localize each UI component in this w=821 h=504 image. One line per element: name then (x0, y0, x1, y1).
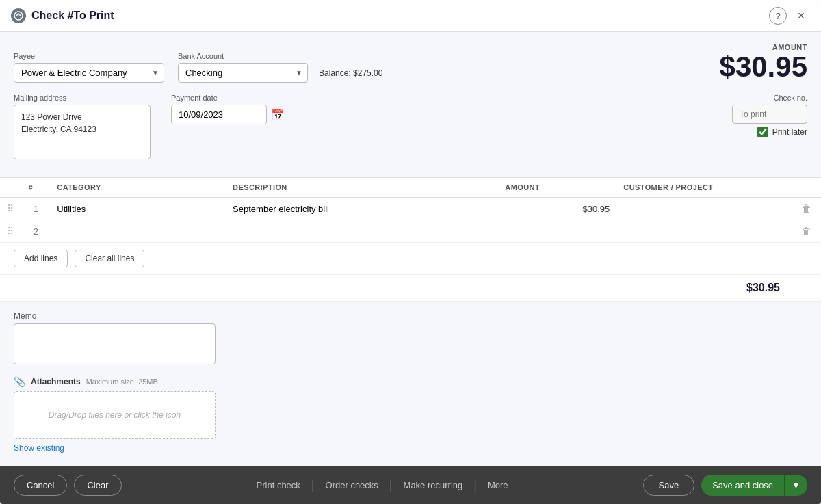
amount-cell-2 (498, 220, 616, 243)
attachment-icon: 📎 (14, 376, 25, 387)
print-check-link[interactable]: Print check (246, 480, 311, 490)
category-cell-1[interactable] (50, 198, 226, 220)
balance-text: Balance: $275.00 (319, 68, 382, 78)
date-input-wrapper: 📅 (171, 105, 285, 124)
col-description-header: DESCRIPTION (226, 178, 498, 198)
amount-section: AMOUNT $30.95 (720, 43, 807, 83)
clear-all-lines-button[interactable]: Clear all lines (75, 250, 144, 267)
table-section: # CATEGORY DESCRIPTION AMOUNT CUSTOMER /… (0, 177, 821, 302)
amount-cell-1: $30.95 (498, 198, 616, 220)
col-amount-header: AMOUNT (498, 178, 616, 198)
customer-input-2[interactable] (623, 226, 785, 237)
save-and-close-button[interactable]: Save and close (701, 475, 784, 496)
check-no-label: Check no. (773, 94, 807, 102)
payee-group: Payee Power & Electric Company ▼ (14, 52, 164, 83)
action-cell-2: 🗑 (792, 220, 821, 243)
footer-right: Save Save and close ▼ (643, 475, 807, 496)
max-size-text: Maximum size: 25MB (86, 377, 158, 386)
save-and-close-arrow-button[interactable]: ▼ (784, 475, 807, 496)
col-drag-header (0, 178, 21, 198)
cancel-button[interactable]: Cancel (14, 475, 67, 496)
address-section: Mailing address 123 Power Drive Electric… (14, 94, 151, 159)
order-checks-link[interactable]: Order checks (315, 480, 389, 490)
customer-cell-1[interactable] (616, 198, 792, 220)
add-lines-button[interactable]: Add lines (14, 250, 68, 267)
address-label: Mailing address (14, 94, 151, 102)
fields-row: Payee Power & Electric Company ▼ Bank Ac… (14, 43, 807, 83)
amount-value: $30.95 (720, 51, 807, 83)
payment-date-input[interactable] (171, 105, 267, 124)
col-customer-header: CUSTOMER / PROJECT (616, 178, 792, 198)
table-body: ⠿ 1 $30.95 🗑 (0, 198, 821, 243)
description-input-2[interactable] (233, 226, 491, 237)
category-input-1[interactable] (57, 204, 219, 214)
bank-select-row: Checking ▼ Balance: $275.00 (178, 63, 382, 83)
memo-section: Memo (0, 302, 821, 376)
total-row: $30.95 (0, 275, 821, 302)
attachments-section: 📎 Attachments Maximum size: 25MB Drag/Dr… (0, 376, 821, 462)
memo-label: Memo (14, 311, 807, 321)
table-row: ⠿ 2 🗑 (0, 220, 821, 243)
payment-date-label: Payment date (171, 94, 285, 102)
modal-footer: Cancel Clear Print check | Order checks … (0, 466, 821, 504)
calendar-icon[interactable]: 📅 (271, 108, 285, 121)
category-input-2[interactable] (57, 226, 219, 237)
payee-select-wrapper: Power & Electric Company ▼ (14, 63, 164, 83)
more-link[interactable]: More (477, 480, 519, 490)
date-section: Payment date 📅 (171, 94, 285, 124)
bank-select-wrapper: Checking ▼ (178, 63, 308, 83)
make-recurring-link[interactable]: Make recurring (393, 480, 474, 490)
app-icon (11, 8, 26, 23)
row-num-2: 2 (21, 220, 50, 243)
customer-cell-2[interactable] (616, 220, 792, 243)
modal-title: Check #To Print (31, 10, 114, 22)
header-actions: ? × (769, 7, 810, 25)
modal-header: Check #To Print ? × (0, 0, 821, 32)
show-existing-link[interactable]: Show existing (14, 443, 807, 453)
drag-handle-cell: ⠿ (0, 198, 21, 220)
print-later-checkbox[interactable] (757, 127, 768, 137)
col-action-header (792, 178, 821, 198)
drag-handle-cell-2: ⠿ (0, 220, 21, 243)
svg-point-0 (14, 12, 23, 20)
top-section: Payee Power & Electric Company ▼ Bank Ac… (0, 32, 821, 170)
close-button[interactable]: × (792, 7, 810, 25)
save-button[interactable]: Save (643, 475, 695, 496)
footer-left: Cancel Clear (14, 475, 122, 496)
save-close-group: Save and close ▼ (701, 475, 807, 496)
header-left: Check #To Print (11, 8, 114, 23)
modal-body: Payee Power & Electric Company ▼ Bank Ac… (0, 32, 821, 466)
bank-select[interactable]: Checking (178, 63, 308, 83)
line-items-table: # CATEGORY DESCRIPTION AMOUNT CUSTOMER /… (0, 178, 821, 243)
print-later: Print later (757, 127, 807, 137)
total-amount: $30.95 (746, 282, 780, 294)
memo-input[interactable] (14, 323, 216, 364)
table-header-row: # CATEGORY DESCRIPTION AMOUNT CUSTOMER /… (0, 178, 821, 198)
drag-handle-icon[interactable]: ⠿ (7, 203, 14, 214)
table-row: ⠿ 1 $30.95 🗑 (0, 198, 821, 220)
check-modal: Check #To Print ? × Payee Power & Electr… (0, 0, 821, 504)
drop-zone-text: Drag/Drop files here or click the icon (49, 410, 181, 420)
delete-icon-1[interactable]: 🗑 (802, 203, 811, 214)
delete-icon-2[interactable]: 🗑 (802, 226, 811, 237)
description-cell-2[interactable] (226, 220, 498, 243)
address-box: 123 Power Drive Electricity, CA 94123 (14, 105, 151, 159)
clear-button[interactable]: Clear (74, 475, 121, 496)
bank-account-label: Bank Account (178, 52, 382, 60)
attachments-header: 📎 Attachments Maximum size: 25MB (14, 376, 807, 387)
help-button[interactable]: ? (769, 7, 787, 25)
print-later-label: Print later (772, 127, 807, 137)
payee-select[interactable]: Power & Electric Company (14, 63, 164, 83)
footer-center: Print check | Order checks | Make recurr… (246, 478, 519, 492)
drag-handle-icon-2[interactable]: ⠿ (7, 226, 14, 237)
category-cell-2[interactable] (50, 220, 226, 243)
description-cell-1[interactable] (226, 198, 498, 220)
payee-label: Payee (14, 52, 164, 60)
address-line2: Electricity, CA 94123 (21, 123, 143, 135)
bank-account-group: Bank Account Checking ▼ Balance: $275.00 (178, 52, 382, 83)
customer-input-1[interactable] (623, 204, 785, 214)
check-no-section: Check no. Print later (732, 94, 807, 137)
drop-zone[interactable]: Drag/Drop files here or click the icon (14, 391, 216, 439)
check-no-input[interactable] (732, 105, 807, 124)
description-input-1[interactable] (233, 204, 491, 214)
